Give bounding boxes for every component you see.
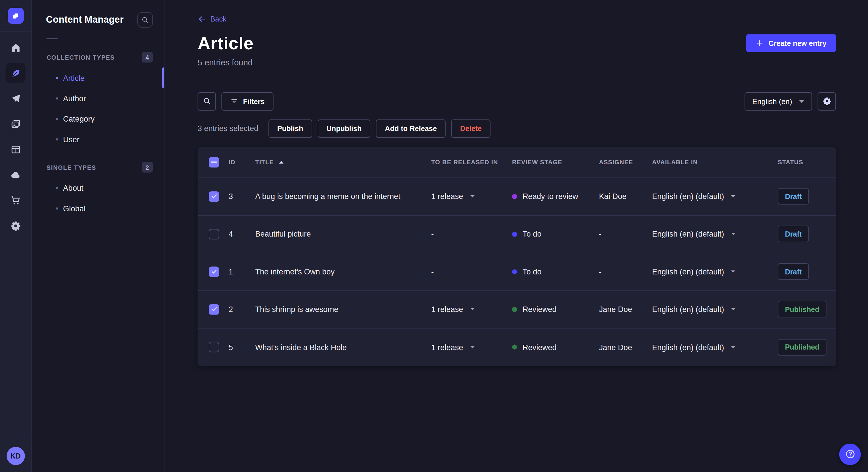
cell-assignee: Jane Doe <box>599 305 652 314</box>
subnav-item-category[interactable]: Category <box>32 108 164 129</box>
rail-item-home[interactable] <box>5 38 25 57</box>
indeterminate-dash-icon <box>211 162 217 163</box>
cell-available-in[interactable]: English (en) (default) <box>652 192 778 201</box>
single-types-section: SINGLE TYPES 2 About Global <box>32 162 164 218</box>
rail-item-settings[interactable] <box>5 216 25 235</box>
paper-plane-icon <box>10 93 21 104</box>
table-row[interactable]: 5 What's inside a Black Hole 1 release R… <box>197 328 836 366</box>
cell-assignee: - <box>599 267 652 276</box>
rail-item-marketplace[interactable] <box>5 190 25 210</box>
rail-item-releases[interactable] <box>5 89 25 108</box>
add-to-release-button[interactable]: Add to Release <box>376 119 446 138</box>
stage-dot <box>512 231 517 236</box>
select-all-checkbox[interactable] <box>209 157 219 167</box>
bullet-icon <box>56 117 58 120</box>
row-checkbox[interactable] <box>209 342 219 352</box>
subnav-divider <box>46 38 58 39</box>
row-checkbox[interactable] <box>209 266 219 277</box>
rail-item-deploy[interactable] <box>5 165 25 185</box>
cell-review-stage: Reviewed <box>512 305 599 314</box>
cell-id: 2 <box>228 305 255 314</box>
status-badge: Draft <box>778 188 809 205</box>
check-icon <box>211 193 217 200</box>
row-checkbox[interactable] <box>209 229 219 239</box>
create-new-entry-button[interactable]: Create new entry <box>746 34 836 52</box>
cell-title: The internet's Own boy <box>255 267 431 276</box>
caret-down-icon <box>731 195 736 198</box>
column-header-id: ID <box>228 159 255 165</box>
strapi-logo[interactable] <box>7 8 24 24</box>
view-settings-button[interactable] <box>817 92 836 110</box>
row-checkbox[interactable] <box>209 304 219 314</box>
cell-id: 4 <box>228 230 255 239</box>
user-avatar[interactable]: KD <box>6 446 25 465</box>
cell-assignee: Kai Doe <box>599 192 652 201</box>
cell-title: What's inside a Black Hole <box>255 343 431 351</box>
filters-button[interactable]: Filters <box>221 92 273 110</box>
table-search-button[interactable] <box>197 92 216 110</box>
cell-available-in[interactable]: English (en) (default) <box>652 267 778 276</box>
rail-item-media-library[interactable] <box>5 114 25 134</box>
search-icon <box>203 97 211 106</box>
cell-assignee: - <box>599 230 652 239</box>
cell-available-in[interactable]: English (en) (default) <box>652 230 778 239</box>
subnav-item-article[interactable]: Article <box>32 67 164 88</box>
help-button[interactable] <box>839 443 861 465</box>
cell-release: - <box>431 267 512 276</box>
stage-dot <box>512 307 517 312</box>
column-header-to-be-released-in: TO BE RELEASED IN <box>431 159 512 165</box>
stage-dot <box>512 269 517 274</box>
table-row[interactable]: 2 This shrimp is awesome 1 release Revie… <box>197 291 836 328</box>
table-row[interactable]: 4 Beautiful picture - To do - English (e… <box>197 215 836 253</box>
column-header-review-stage: REVIEW STAGE <box>512 159 599 165</box>
check-icon <box>211 306 217 312</box>
cell-available-in[interactable]: English (en) (default) <box>652 305 778 314</box>
row-checkbox[interactable] <box>209 191 219 202</box>
subnav-item-global[interactable]: Global <box>32 198 164 218</box>
unpublish-button[interactable]: Unpublish <box>317 119 370 138</box>
gear-icon <box>823 97 831 106</box>
cell-available-in[interactable]: English (en) (default) <box>652 343 778 351</box>
stage-dot <box>512 194 517 199</box>
subnav-item-user[interactable]: User <box>32 129 164 149</box>
single-types-label: SINGLE TYPES <box>46 164 96 171</box>
cell-title: A bug is becoming a meme on the internet <box>255 192 431 201</box>
column-header-title[interactable]: TITLE <box>255 159 431 165</box>
subnav-search-button[interactable] <box>137 12 153 28</box>
cell-title: This shrimp is awesome <box>255 305 431 314</box>
bulk-actions-bar: 3 entries selected Publish Unpublish Add… <box>197 119 836 138</box>
delete-button[interactable]: Delete <box>451 119 491 138</box>
caret-down-icon <box>799 99 804 103</box>
bullet-icon <box>56 138 58 140</box>
media-library-icon <box>10 119 21 129</box>
collection-types-section: COLLECTION TYPES 4 Article Author Catego… <box>32 52 164 149</box>
locale-select[interactable]: English (en) <box>745 92 812 110</box>
rail-item-content-type-builder[interactable] <box>5 139 25 159</box>
rail-item-content-manager[interactable] <box>5 63 25 83</box>
caret-down-icon <box>470 307 475 311</box>
app-window: KD Content Manager COLLECTION TYPES 4 Ar… <box>0 0 868 472</box>
layout-icon <box>10 144 21 155</box>
column-header-available-in: AVAILABLE IN <box>652 159 778 165</box>
stage-dot <box>512 345 517 349</box>
subnav-item-author[interactable]: Author <box>32 88 164 108</box>
main-nav-rail: KD <box>0 0 32 472</box>
page-title: Article <box>197 34 253 53</box>
status-badge: Published <box>778 339 827 355</box>
caret-down-icon <box>731 270 736 273</box>
cloud-icon <box>10 169 21 180</box>
sort-asc-icon <box>278 160 284 164</box>
cell-release[interactable]: 1 release <box>431 305 512 314</box>
bullet-icon <box>56 207 58 209</box>
subnav-item-about[interactable]: About <box>32 177 164 198</box>
cell-release[interactable]: 1 release <box>431 343 512 351</box>
table-row[interactable]: 1 The internet's Own boy - To do - Engli… <box>197 253 836 291</box>
publish-button[interactable]: Publish <box>268 119 312 138</box>
table-row[interactable]: 3 A bug is becoming a meme on the intern… <box>197 178 836 215</box>
main-content: Back Article Create new entry 5 entries … <box>164 0 868 472</box>
content-manager-subnav: Content Manager COLLECTION TYPES 4 Artic… <box>32 0 164 472</box>
cell-release[interactable]: 1 release <box>431 192 512 201</box>
search-icon <box>141 16 149 24</box>
back-link[interactable]: Back <box>197 15 226 23</box>
plus-icon <box>756 39 764 47</box>
